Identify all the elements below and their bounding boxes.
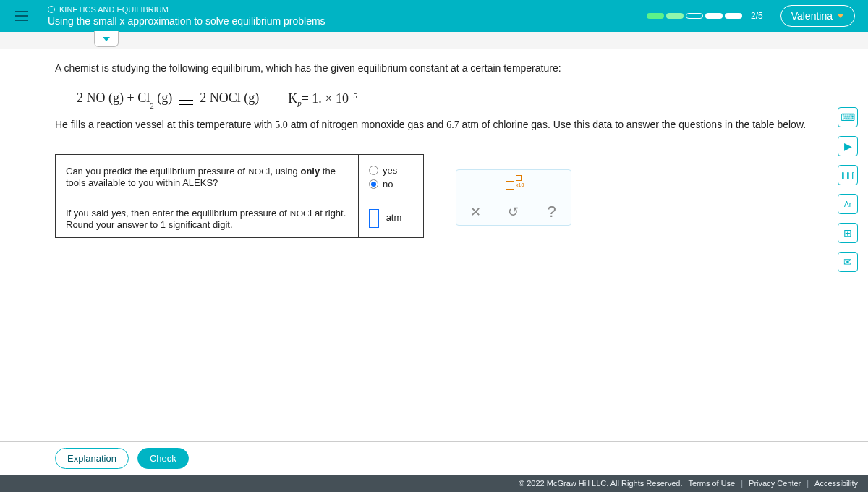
close-tool[interactable]: ✕ <box>461 204 490 220</box>
answer-input[interactable] <box>369 209 379 228</box>
dropdown-tab[interactable] <box>94 31 119 47</box>
header-text: KINETICS AND EQUILIBRIUM Using the small… <box>43 5 647 27</box>
bottom-bar: Explanation Check <box>0 441 868 475</box>
explanation-button[interactable]: Explanation <box>55 448 129 469</box>
menu-button[interactable] <box>0 0 43 32</box>
calculator-button[interactable]: ⌨ <box>838 107 858 127</box>
radio-icon <box>369 166 378 175</box>
sub-header <box>0 32 868 49</box>
progress: 2/5 <box>647 11 763 21</box>
math-toolbox: x10 ✕ ↺ ? <box>456 169 571 226</box>
q2-answer: atm <box>359 200 424 237</box>
sci-notation-tool[interactable]: x10 <box>499 175 528 193</box>
problem-intro: A chemist is studying the following equi… <box>55 61 813 76</box>
terms-link[interactable]: Terms of Use <box>688 479 735 488</box>
content-area: A chemist is studying the following equi… <box>0 49 868 453</box>
help-tool[interactable]: ? <box>537 203 566 221</box>
q2-text: If you said yes, then enter the equilibr… <box>56 200 359 237</box>
footer: © 2022 McGraw Hill LLC. All Rights Reser… <box>0 475 868 492</box>
accessibility-link[interactable]: Accessibility <box>814 479 858 488</box>
equilibrium-constant: Kp = 1. × 10−5 <box>288 91 357 106</box>
q1-options: yes no <box>359 154 424 200</box>
page-title: Using the small x approximation to solve… <box>48 15 647 27</box>
module-name: KINETICS AND EQUILIBRIUM <box>59 5 169 14</box>
radio-icon <box>369 179 378 189</box>
reaction: 2 NO (g) + Cl2 (g) 2 NOCl (g) <box>77 90 259 107</box>
app-header: KINETICS AND EQUILIBRIUM Using the small… <box>0 0 868 32</box>
chevron-down-icon <box>837 14 844 18</box>
chevron-down-icon <box>103 37 110 41</box>
periodic-table-button[interactable]: Ar <box>838 194 858 214</box>
radio-no[interactable]: no <box>369 179 413 190</box>
mail-button[interactable]: ✉ <box>838 252 858 272</box>
side-tools: ⌨ ▶ ⫿⫿⫿ Ar ⊞ ✉ <box>838 107 862 272</box>
answer-unit: atm <box>386 213 402 224</box>
privacy-link[interactable]: Privacy Center <box>749 479 801 488</box>
data-button[interactable]: ⊞ <box>838 223 858 243</box>
ring-icon <box>48 6 55 13</box>
reaction-equation: 2 NO (g) + Cl2 (g) 2 NOCl (g) Kp = 1. × … <box>55 86 813 117</box>
sci-notation-icon: x10 <box>506 175 522 190</box>
copyright: © 2022 McGraw Hill LLC. All Rights Reser… <box>519 479 682 488</box>
problem-setup: He fills a reaction vessel at this tempe… <box>55 117 813 132</box>
progress-bar <box>647 13 742 19</box>
q1-text: Can you predict the equilibrium pressure… <box>56 154 359 200</box>
user-menu[interactable]: Valentina <box>780 5 855 27</box>
play-button[interactable]: ▶ <box>838 136 858 156</box>
module-label: KINETICS AND EQUILIBRIUM <box>48 5 647 14</box>
question-table: Can you predict the equilibrium pressure… <box>55 154 424 238</box>
check-button[interactable]: Check <box>137 448 189 469</box>
radio-yes[interactable]: yes <box>369 165 413 176</box>
hamburger-icon <box>15 11 28 21</box>
user-name: Valentina <box>791 10 833 22</box>
bars-button[interactable]: ⫿⫿⫿ <box>838 165 858 185</box>
undo-tool[interactable]: ↺ <box>499 204 528 220</box>
progress-count: 2/5 <box>751 11 763 21</box>
